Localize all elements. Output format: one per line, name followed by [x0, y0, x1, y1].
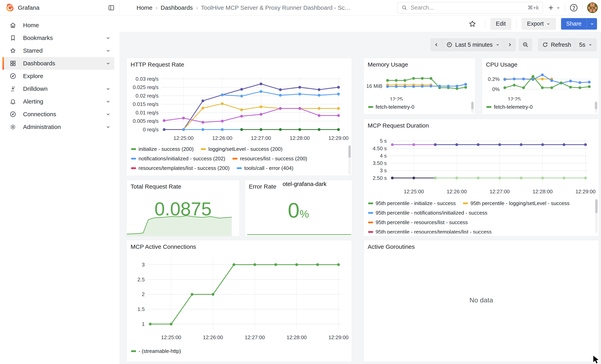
edit-button[interactable]: Edit — [491, 18, 511, 30]
chevron-down-icon[interactable] — [106, 48, 111, 53]
plug-icon — [10, 111, 16, 118]
mcp-active-connections-chart[interactable]: 32.521.5112:25:0012:26:0012:27:0012:28:0… — [129, 253, 350, 344]
svg-text:12:25:00: 12:25:00 — [161, 334, 181, 340]
refresh-interval-picker[interactable]: 5s — [575, 39, 596, 51]
svg-text:3: 3 — [142, 262, 145, 268]
legend-item[interactable]: fetch-telemetry-0 — [486, 104, 533, 110]
legend-scrollbar[interactable] — [471, 102, 474, 109]
zoom-out-time-button[interactable] — [519, 39, 532, 51]
legend-item[interactable]: 95th percentile - logging/setLevel - suc… — [463, 200, 570, 207]
http-request-rate-chart[interactable]: 0 req/s0.005 req/s0.01 req/s0.015 req/s0… — [129, 71, 350, 144]
panel-title[interactable]: MCP Active Connections — [127, 240, 352, 250]
legend-scrollbar[interactable] — [348, 146, 351, 158]
chevron-down-icon[interactable] — [106, 112, 111, 117]
datasource-overlay-label: otel-grafana-dark — [283, 181, 327, 187]
time-range-picker[interactable]: Last 5 minutes — [442, 39, 504, 51]
legend-item[interactable]: - (streamable-http) — [131, 348, 181, 354]
export-button[interactable]: Export — [522, 18, 556, 30]
legend-item[interactable]: tools/call - success (200) — [131, 175, 195, 176]
legend-scrollbar[interactable] — [595, 102, 597, 109]
breadcrumb-dashboards[interactable]: Dashboards — [160, 4, 193, 11]
time-controls: Last 5 minutes Refresh — [431, 38, 597, 51]
legend-item[interactable]: tools/call - error (404) — [237, 165, 293, 171]
svg-text:12:29:00: 12:29:00 — [575, 188, 595, 195]
sidebar-toggle-icon[interactable] — [108, 4, 115, 11]
sidebar-item-dashboards[interactable]: Dashboards — [2, 57, 114, 70]
chevron-down-icon[interactable] — [106, 61, 111, 66]
panel-title[interactable]: MCP Request Duration — [364, 119, 599, 129]
panel-title[interactable]: Memory Usage — [364, 58, 475, 68]
legend-item[interactable]: fetch-telemetry-0 — [368, 104, 414, 110]
cpu-usage-chart[interactable]: 0.2%0%12:25 — [483, 69, 598, 100]
legend-item[interactable]: tools/list - success (200) — [202, 175, 266, 176]
legend-item[interactable]: initialize - success (200) — [131, 146, 194, 152]
gear-icon — [10, 124, 16, 130]
panel-title[interactable]: Error Rate — [245, 180, 280, 190]
panel-title[interactable]: CPU Usage — [482, 58, 599, 68]
panel-title[interactable]: HTTP Request Rate — [127, 58, 352, 68]
memory-usage-chart[interactable]: 16 MiB12:25 — [365, 69, 474, 100]
mcp-request-duration-chart[interactable]: 5 s4.50 s4 s3.50 s3 s2.50 s12:25:0012:26… — [366, 132, 597, 197]
svg-text:12:25: 12:25 — [390, 96, 403, 100]
sidebar-item-explore[interactable]: Explore — [2, 70, 114, 82]
refresh-button[interactable]: Refresh — [538, 39, 575, 51]
svg-text:1: 1 — [142, 321, 145, 327]
breadcrumb-home[interactable]: Home — [137, 4, 152, 11]
sidebar-item-connections[interactable]: Connections — [2, 108, 114, 121]
star-icon — [10, 47, 16, 54]
legend-item[interactable]: unknown - success (200) — [273, 175, 338, 176]
legend-item[interactable]: 95th percentile - resources/templates/li… — [368, 229, 492, 234]
chevron-down-icon[interactable] — [106, 86, 111, 91]
sidebar-item-bookmarks[interactable]: Bookmarks — [2, 32, 114, 44]
star-dashboard-button[interactable] — [469, 20, 476, 28]
legend-scrollbar[interactable] — [595, 199, 598, 213]
time-shift-forward-button[interactable] — [504, 39, 516, 51]
panel-title[interactable]: Active Goroutines — [364, 240, 599, 250]
legend-item[interactable]: 95th percentile - resources/list - succe… — [368, 219, 468, 226]
share-menu-button[interactable] — [587, 18, 597, 30]
refresh-icon — [542, 42, 548, 48]
chevron-down-icon[interactable] — [106, 124, 111, 129]
legend-swatch — [368, 222, 373, 223]
svg-text:0.015 req/s: 0.015 req/s — [133, 101, 159, 107]
search-icon — [401, 5, 407, 11]
help-button[interactable] — [569, 3, 578, 12]
panel-title[interactable]: Total Request Rate — [127, 180, 240, 190]
http-legend: initialize - success (200)logging/setLev… — [131, 144, 345, 176]
sidebar-item-alerting[interactable]: Alerting — [2, 95, 114, 108]
chevron-down-icon[interactable] — [106, 99, 111, 104]
legend-item[interactable]: 95th percentile - initialize - success — [368, 200, 456, 207]
share-button[interactable]: Share — [561, 18, 587, 30]
sidebar-item-starred[interactable]: Starred — [2, 44, 114, 57]
svg-text:0.03 req/s: 0.03 req/s — [136, 76, 159, 82]
home-icon — [10, 22, 16, 29]
grafana-logo[interactable] — [5, 3, 14, 12]
sidebar-item-label: Starred — [23, 47, 42, 54]
svg-text:0%: 0% — [492, 86, 500, 92]
legend-item[interactable]: resources/list - success (200) — [232, 156, 307, 162]
chevron-down-icon[interactable] — [106, 35, 111, 40]
add-button[interactable] — [547, 4, 561, 11]
chevron-down-icon — [588, 42, 592, 47]
sidebar-item-home[interactable]: Home — [2, 19, 114, 32]
svg-text:0.01 req/s: 0.01 req/s — [136, 110, 159, 116]
sidebar-item-label: Drilldown — [23, 85, 48, 92]
panel-active-goroutines: Active Goroutines No data — [363, 240, 599, 362]
sidebar-item-label: Dashboards — [23, 60, 55, 67]
divider — [516, 20, 517, 28]
panel-http-request-rate: HTTP Request Rate 0 req/s0.005 req/s0.01… — [126, 58, 352, 176]
sidebar-item-drilldown[interactable]: Drilldown — [2, 82, 114, 95]
dashboard-toolbar: Edit Export Share — [120, 16, 601, 32]
legend-item[interactable]: resources/templates/list - success (200) — [131, 165, 230, 171]
avatar[interactable] — [587, 2, 598, 13]
search-input[interactable] — [410, 4, 525, 11]
legend-item[interactable]: 95th percentile - notifications/initiali… — [368, 210, 487, 216]
legend-item[interactable]: notifications/initialized - success (202… — [131, 156, 225, 162]
sidebar-item-administration[interactable]: Administration — [2, 121, 114, 133]
refresh-group: Refresh 5s — [538, 38, 597, 51]
legend-item[interactable]: logging/setLevel - success (200) — [201, 146, 282, 152]
time-shift-back-button[interactable] — [431, 39, 442, 51]
search-box[interactable]: ⌘+k — [397, 2, 543, 13]
legend-swatch — [368, 202, 373, 204]
sidebar-item-label: Explore — [23, 73, 43, 79]
